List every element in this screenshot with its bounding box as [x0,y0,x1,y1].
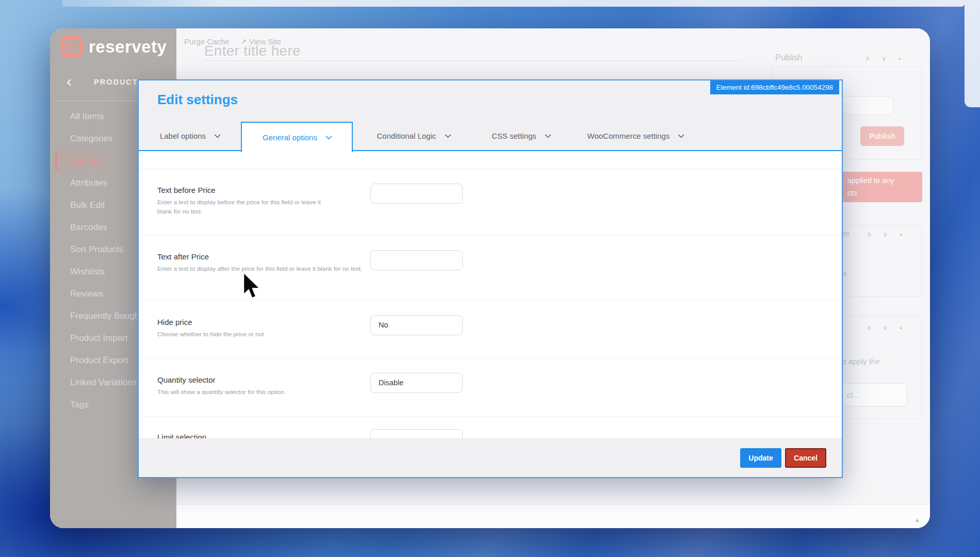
chevron-down-icon [445,132,451,138]
tab-conditional-logic[interactable]: Conditional Logic [353,122,474,150]
warning-alert-text: applied to any [847,176,894,185]
field-label-quantity-selector: Quantity selector [157,375,216,384]
tab-strip-filler [703,122,842,150]
field-label-text-after-price: Text after Price [157,252,209,261]
sidebar-section-label: PRODUCTS [94,78,144,86]
move-up-icon[interactable]: ∧ [865,54,870,62]
modal-footer: Update Cancel [139,438,842,477]
hide-price-select[interactable]: No [370,315,463,335]
logo[interactable]: reservety [60,35,167,58]
move-down-icon[interactable]: ∨ [881,54,886,62]
cancel-button[interactable]: Cancel [785,448,826,468]
field-label-hide-price: Hide price [157,318,192,326]
chevron-down-icon [545,132,551,138]
tab-css-settings[interactable]: CSS settings [474,122,568,150]
footer-collapse-icon[interactable]: ▲ [914,517,920,523]
publish-button[interactable]: Publish [860,126,904,146]
window-footer-bar [176,504,930,528]
metabox-text-fragment: s [843,269,847,277]
title-underline [204,60,741,61]
warning-alert-text: cts [847,189,857,197]
quantity-selector-select[interactable]: Disable [370,373,463,393]
publish-panel-controls: ∧ ∨ ▲ [865,54,902,62]
product-select-input[interactable]: ct... [842,383,907,406]
collapse-toggle-icon[interactable]: ▲ [899,325,904,330]
tab-label-options[interactable]: Label options [139,122,241,150]
update-button[interactable]: Update [740,448,781,468]
publish-panel-field[interactable] [841,96,893,115]
tab-general-options[interactable]: General options [241,122,353,152]
metabox-controls: ∧ ∨ ▲ [867,230,903,238]
sidebar-collapse-chevron-icon[interactable] [67,79,74,86]
move-down-icon[interactable]: ∨ [883,323,888,332]
move-down-icon[interactable]: ∨ [883,230,888,238]
logo-text: reservety [89,37,167,57]
collapse-toggle-icon[interactable]: ▲ [899,232,904,237]
background-window-right-edge [965,0,980,107]
move-up-icon[interactable]: ∧ [867,230,872,238]
field-label-text-before-price: Text before Price [157,186,216,194]
tab-woocommerce-settings[interactable]: WooCommerce settings [568,122,703,150]
move-up-icon[interactable]: ∧ [867,323,872,332]
field-help-text: Enter a text to display before the price… [157,198,335,216]
element-id-badge: Element id:698cbffc49e8c5.00054298 [710,80,839,94]
modal-tabs: Label options General options Conditiona… [139,122,842,151]
chevron-down-icon [325,133,332,140]
chevron-down-icon [214,132,221,138]
background-window-top-edge [62,0,965,7]
reservety-logo-icon [60,35,84,58]
modal-title: Edit settings [157,92,238,108]
publish-panel-heading: Publish [775,53,802,62]
metabox-text-fragment: to apply the [840,357,880,366]
mouse-cursor-icon [242,272,261,300]
metabox-controls: ∧ ∨ ▲ [867,323,903,332]
text-after-price-input[interactable] [370,250,463,270]
collapse-toggle-icon[interactable]: ▲ [897,56,902,61]
chevron-down-icon [678,132,685,138]
post-title-input[interactable]: Enter title here [204,43,301,59]
text-before-price-input[interactable] [370,184,463,204]
